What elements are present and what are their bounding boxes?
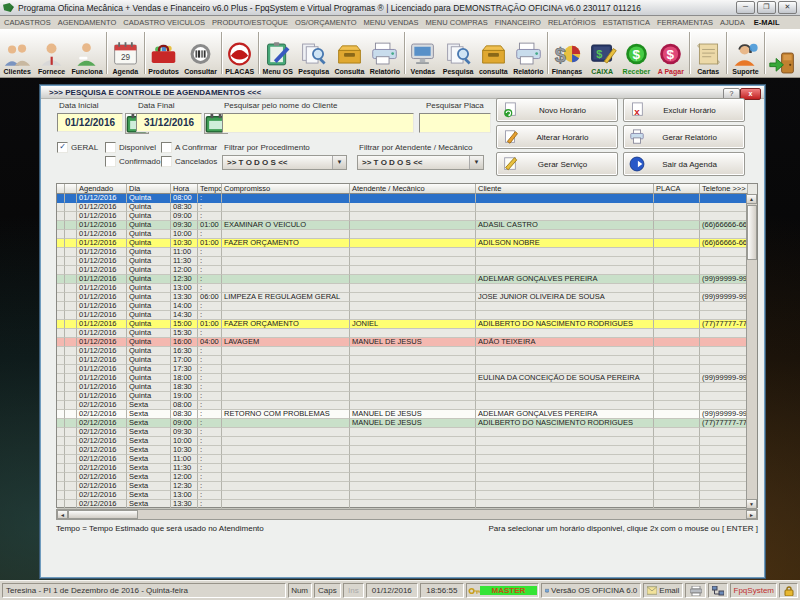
scroll-left-icon[interactable]: ◄ bbox=[57, 510, 68, 519]
grid-row[interactable]: 02/12/2016Sexta13:30: bbox=[57, 500, 757, 509]
menu-item-menu-compras[interactable]: MENU COMPRAS bbox=[426, 18, 488, 27]
data-inicial-input[interactable]: 01/12/2016 bbox=[57, 113, 123, 132]
toolbar-button-clientes[interactable]: Clientes bbox=[0, 29, 34, 77]
grid-row[interactable]: 01/12/2016Quinta10:00: bbox=[57, 230, 757, 239]
toolbar-button-produtos[interactable]: Produtos bbox=[146, 29, 182, 77]
toolbar-button-pesquisa[interactable]: Pesquisa bbox=[296, 29, 332, 77]
novo-horário-button[interactable]: Novo Horário bbox=[496, 98, 618, 122]
cliente-search-input[interactable] bbox=[222, 113, 414, 133]
status-printer[interactable] bbox=[685, 583, 705, 598]
toolbar-button-relat-rio[interactable]: Relatório bbox=[367, 29, 403, 77]
toolbar-button-menu-os[interactable]: Menu OS bbox=[260, 29, 296, 77]
chevron-down-icon[interactable]: ▼ bbox=[332, 156, 346, 169]
grid-row[interactable]: 01/12/2016Quinta09:00: bbox=[57, 212, 757, 221]
toolbar-button-pesquisa[interactable]: Pesquisa bbox=[440, 29, 476, 77]
toolbar-button-vendas[interactable]: Vendas bbox=[406, 29, 440, 77]
menu-item-e-mail[interactable]: E-MAIL bbox=[752, 18, 780, 27]
menu-item-ferramentas[interactable]: FERRAMENTAS bbox=[657, 18, 713, 27]
grid-row[interactable]: 02/12/2016Sexta10:30: bbox=[57, 446, 757, 455]
toolbar-button-relat-rio[interactable]: Relatório bbox=[511, 29, 547, 77]
menu-item-cadastro-veiculos[interactable]: CADASTRO VEICULOS bbox=[123, 18, 205, 27]
filtro-atendente-select[interactable]: >> T O D O S << ▼ bbox=[357, 155, 484, 170]
gerar-serviço-button[interactable]: Gerar Serviço bbox=[496, 152, 618, 176]
excluir-horário-button[interactable]: xExcluir Horário bbox=[623, 98, 745, 122]
placa-search-input[interactable] bbox=[419, 113, 491, 133]
menu-item-agendamento[interactable]: AGENDAMENTO bbox=[58, 18, 117, 27]
sair-da-agenda-button[interactable]: Sair da Agenda bbox=[623, 152, 745, 176]
scroll-right-icon[interactable]: ► bbox=[746, 510, 757, 519]
menu-item-estatistica[interactable]: ESTATISTICA bbox=[603, 18, 650, 27]
grid-row[interactable]: 02/12/2016Sexta12:00: bbox=[57, 473, 757, 482]
grid-row[interactable]: 02/12/2016Sexta08:00: bbox=[57, 401, 757, 410]
close-button[interactable]: ✕ bbox=[778, 1, 797, 14]
grid-row[interactable]: 01/12/2016Quinta08:00: bbox=[57, 194, 757, 203]
menu-item-cadastros[interactable]: CADASTROS bbox=[4, 18, 51, 27]
horizontal-scrollbar[interactable]: ◄ ► bbox=[56, 509, 758, 520]
grid-row[interactable]: 01/12/2016Quinta11:30: bbox=[57, 257, 757, 266]
toolbar-button-caixa[interactable]: $CAIXA bbox=[585, 29, 619, 77]
grid-row[interactable]: 02/12/2016Sexta08:30:RETORNO COM PROBLEM… bbox=[57, 410, 757, 419]
checkbox-geral[interactable]: ✓GERAL bbox=[57, 142, 98, 153]
toolbar-button-receber[interactable]: $Receber bbox=[619, 29, 653, 77]
vertical-scroll-thumb[interactable] bbox=[747, 205, 757, 260]
grid-row[interactable]: 01/12/2016Quinta11:00: bbox=[57, 248, 757, 257]
grid-row[interactable]: 01/12/2016Quinta18:00:EULINA DA CONCEIÇÃ… bbox=[57, 374, 757, 383]
grid-row[interactable]: 01/12/2016Quinta16:30: bbox=[57, 347, 757, 356]
vertical-scrollbar[interactable]: ▲ ▼ bbox=[746, 194, 757, 509]
menu-item-financeiro[interactable]: FINANCEIRO bbox=[495, 18, 541, 27]
toolbar-button-suporte[interactable]: Suporte bbox=[728, 29, 762, 77]
grid-row[interactable]: 01/12/2016Quinta17:00: bbox=[57, 356, 757, 365]
minimize-button[interactable]: ─ bbox=[736, 1, 755, 14]
status-network[interactable] bbox=[708, 583, 728, 598]
chevron-down-icon[interactable]: ▼ bbox=[469, 156, 483, 169]
menu-item-os-or-amento[interactable]: OS/ORÇAMENTO bbox=[295, 18, 357, 27]
checkbox-confirmado[interactable]: Confirmado bbox=[105, 156, 160, 167]
menu-item-ajuda[interactable]: AJUDA bbox=[720, 18, 745, 27]
menu-item-produto-estoque[interactable]: PRODUTO/ESTOQUE bbox=[212, 18, 288, 27]
toolbar-button-cartas[interactable]: Cartas bbox=[691, 29, 725, 77]
toolbar-button-finan-as[interactable]: $Finanças bbox=[549, 29, 585, 77]
checkbox-box[interactable] bbox=[161, 156, 172, 167]
grid-row[interactable]: 02/12/2016Sexta09:30: bbox=[57, 428, 757, 437]
grid-row[interactable]: 01/12/2016Quinta14:30: bbox=[57, 311, 757, 320]
grid-row[interactable]: 02/12/2016Sexta10:00: bbox=[57, 437, 757, 446]
grid-row[interactable]: 01/12/2016Quinta15:0001:00FAZER ORÇAMENT… bbox=[57, 320, 757, 329]
grid-row[interactable]: 02/12/2016Sexta09:00:MANUEL DE JESUSADIL… bbox=[57, 419, 757, 428]
grid-row[interactable]: 02/12/2016Sexta13:00: bbox=[57, 491, 757, 500]
toolbar-button-funciona[interactable]: Funciona bbox=[69, 29, 105, 77]
grid-row[interactable]: 01/12/2016Quinta16:0004:00LAVAGEMMANUEL … bbox=[57, 338, 757, 347]
checkbox-box[interactable] bbox=[105, 142, 116, 153]
menu-item-menu-vendas[interactable]: MENU VENDAS bbox=[364, 18, 419, 27]
gerar-relatório-button[interactable]: Gerar Relatório bbox=[623, 125, 745, 149]
grid-row[interactable]: 02/12/2016Sexta11:00: bbox=[57, 455, 757, 464]
maximize-button[interactable]: ❐ bbox=[757, 1, 776, 14]
toolbar-button-placas[interactable]: PLACAS bbox=[223, 29, 257, 77]
grid-row[interactable]: 02/12/2016Sexta11:30: bbox=[57, 464, 757, 473]
checkbox-disponivel[interactable]: Disponivel bbox=[105, 142, 156, 153]
alterar-horário-button[interactable]: Alterar Horário bbox=[496, 125, 618, 149]
grid-row[interactable]: 01/12/2016Quinta12:00: bbox=[57, 266, 757, 275]
toolbar-button-consulta[interactable]: Consulta bbox=[332, 29, 367, 77]
toolbar-button-fornece[interactable]: Fornece bbox=[34, 29, 68, 77]
grid-row[interactable]: 01/12/2016Quinta19:00: bbox=[57, 392, 757, 401]
grid-row[interactable]: 01/12/2016Quinta17:30: bbox=[57, 365, 757, 374]
horizontal-scroll-thumb[interactable] bbox=[68, 510, 138, 519]
checkbox-box[interactable] bbox=[105, 156, 116, 167]
toolbar-button-consulta[interactable]: consulta bbox=[476, 29, 510, 77]
grid-row[interactable]: 01/12/2016Quinta14:00: bbox=[57, 302, 757, 311]
menu-item-relat-rios[interactable]: RELATÓRIOS bbox=[548, 18, 596, 27]
checkbox-a-confirmar[interactable]: A Confirmar bbox=[161, 142, 217, 153]
checkbox-cancelados[interactable]: Cancelados bbox=[161, 156, 217, 167]
toolbar-button-consultar[interactable]: Consultar bbox=[182, 29, 220, 77]
data-final-input[interactable]: 31/12/2016 bbox=[136, 113, 202, 132]
status-email[interactable]: Email bbox=[643, 583, 683, 598]
toolbar-button-a-pagar[interactable]: $A Pagar bbox=[654, 29, 688, 77]
toolbar-button-agenda[interactable]: 29Agenda bbox=[108, 29, 142, 77]
checkbox-box[interactable]: ✓ bbox=[57, 142, 68, 153]
grid-row[interactable]: 01/12/2016Quinta12:30:ADELMAR GONÇALVES … bbox=[57, 275, 757, 284]
toolbar-button-sair-sistema[interactable] bbox=[766, 29, 800, 77]
grid-row[interactable]: 01/12/2016Quinta09:3001:00EXAMINAR O VEI… bbox=[57, 221, 757, 230]
grid-row[interactable]: 01/12/2016Quinta13:3006:00LIMPEZA E REGU… bbox=[57, 293, 757, 302]
filtro-procedimento-select[interactable]: >> T O D O S << ▼ bbox=[222, 155, 347, 170]
grid-row[interactable]: 01/12/2016Quinta10:3001:00FAZER ORÇAMENT… bbox=[57, 239, 757, 248]
